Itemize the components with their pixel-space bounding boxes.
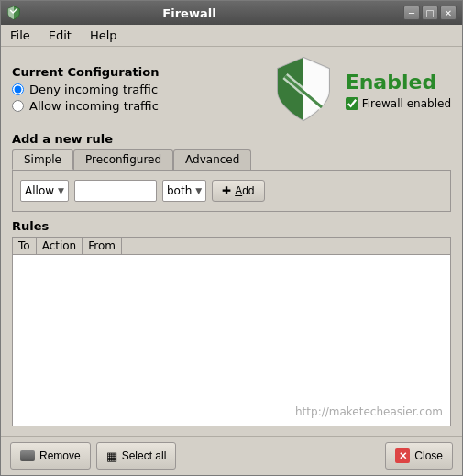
firewall-enabled-label: Firewall enabled bbox=[362, 97, 451, 110]
remove-icon bbox=[20, 450, 35, 461]
select-all-label: Select all bbox=[122, 449, 167, 462]
col-from: From bbox=[83, 238, 122, 254]
firewall-enabled-checkbox[interactable] bbox=[346, 97, 358, 110]
allow-radio[interactable] bbox=[12, 100, 24, 112]
add-rule-title: Add a new rule bbox=[12, 132, 451, 146]
menu-file[interactable]: File bbox=[5, 27, 36, 44]
both-dropdown-arrow: ▼ bbox=[195, 186, 202, 195]
bottom-bar: Remove ▦ Select all ✕ Close bbox=[1, 436, 462, 475]
rules-body: http://maketecheasier.com bbox=[13, 255, 450, 426]
title-bar: Firewall ─ □ ✕ bbox=[1, 1, 462, 25]
close-button[interactable]: ✕ Close bbox=[385, 442, 453, 470]
menu-help[interactable]: Help bbox=[84, 27, 123, 44]
rules-table: To Action From http://maketecheasier.com bbox=[12, 237, 451, 426]
both-dropdown-label: both bbox=[167, 184, 192, 197]
tab-preconfigured[interactable]: Preconfigured bbox=[73, 149, 173, 170]
firewall-window: Firewall ─ □ ✕ File Edit Help Current Co… bbox=[0, 0, 463, 476]
allow-radio-row: Allow incoming traffic bbox=[12, 99, 261, 113]
shield-container bbox=[276, 56, 331, 125]
window-controls: ─ □ ✕ bbox=[403, 6, 457, 20]
rule-row: Allow ▼ both ▼ ✚ Add bbox=[20, 180, 443, 202]
remove-button[interactable]: Remove bbox=[10, 442, 91, 470]
config-left: Current Configuration Deny incoming traf… bbox=[12, 65, 261, 116]
minimize-button[interactable]: ─ bbox=[403, 6, 420, 20]
enabled-text: Enabled bbox=[346, 71, 437, 94]
deny-radio[interactable] bbox=[12, 83, 24, 95]
rules-section: Rules To Action From http://maketecheasi… bbox=[12, 219, 451, 426]
config-title: Current Configuration bbox=[12, 65, 261, 79]
tab-content-simple: Allow ▼ both ▼ ✚ Add bbox=[12, 170, 451, 212]
allow-dropdown-label: Allow bbox=[25, 184, 54, 197]
main-content: Current Configuration Deny incoming traf… bbox=[1, 47, 462, 436]
remove-label: Remove bbox=[39, 449, 81, 462]
select-all-icon: ▦ bbox=[106, 449, 117, 463]
allow-dropdown-arrow: ▼ bbox=[58, 186, 64, 195]
add-btn-label: Add bbox=[235, 184, 254, 197]
allow-label: Allow incoming traffic bbox=[29, 99, 159, 113]
close-window-button[interactable]: ✕ bbox=[440, 6, 457, 20]
add-button[interactable]: ✚ Add bbox=[212, 180, 264, 202]
rules-header: To Action From bbox=[13, 238, 450, 255]
close-label: Close bbox=[414, 449, 443, 462]
menu-bar: File Edit Help bbox=[1, 25, 462, 47]
deny-label: Deny incoming traffic bbox=[29, 83, 158, 96]
col-action: Action bbox=[37, 238, 83, 254]
deny-radio-row: Deny incoming traffic bbox=[12, 83, 261, 96]
shield-icon bbox=[276, 56, 331, 122]
app-icon bbox=[6, 6, 21, 20]
firewall-enabled-row: Firewall enabled bbox=[346, 97, 451, 110]
both-dropdown[interactable]: both ▼ bbox=[162, 180, 206, 202]
add-icon: ✚ bbox=[222, 184, 231, 197]
config-section: Current Configuration Deny incoming traf… bbox=[12, 56, 451, 125]
watermark: http://maketecheasier.com bbox=[295, 405, 443, 418]
title-bar-left bbox=[6, 6, 21, 20]
tab-bar: Simple Preconfigured Advanced bbox=[12, 149, 451, 170]
close-icon: ✕ bbox=[395, 448, 410, 463]
tab-simple[interactable]: Simple bbox=[12, 149, 73, 170]
tab-advanced[interactable]: Advanced bbox=[173, 149, 251, 170]
menu-edit[interactable]: Edit bbox=[43, 27, 77, 44]
add-underline-a: A bbox=[235, 184, 242, 197]
allow-dropdown[interactable]: Allow ▼ bbox=[20, 180, 69, 202]
bottom-left: Remove ▦ Select all bbox=[10, 442, 176, 470]
col-to: To bbox=[13, 238, 37, 254]
rules-title: Rules bbox=[12, 219, 451, 233]
enabled-section: Enabled Firewall enabled bbox=[346, 71, 451, 110]
rule-input[interactable] bbox=[74, 180, 157, 202]
select-all-button[interactable]: ▦ Select all bbox=[96, 442, 177, 470]
window-title: Firewall bbox=[21, 6, 358, 20]
add-rest: dd bbox=[242, 184, 254, 197]
add-rule-section: Add a new rule Simple Preconfigured Adva… bbox=[12, 132, 451, 212]
maximize-button[interactable]: □ bbox=[422, 6, 438, 20]
